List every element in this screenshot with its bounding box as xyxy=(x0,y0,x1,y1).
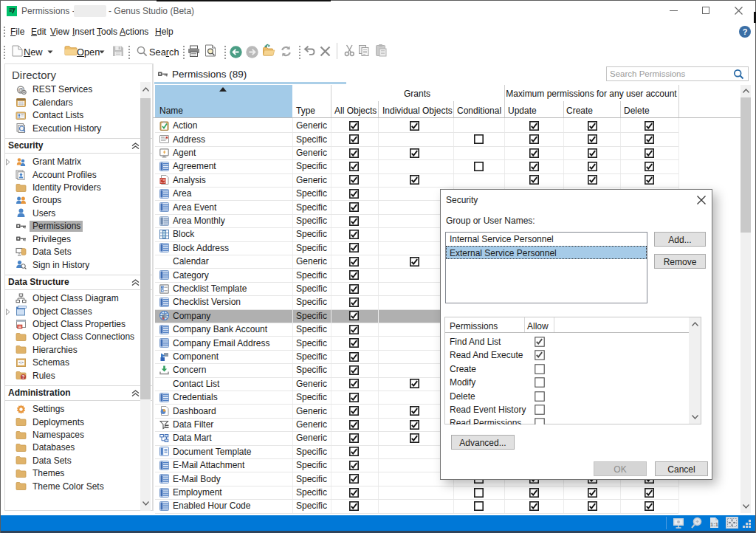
svg-text:<>: <> xyxy=(18,360,24,365)
svg-text:?: ? xyxy=(22,374,25,379)
svg-text:?: ? xyxy=(743,27,748,36)
svg-text:1:1: 1:1 xyxy=(710,521,718,528)
